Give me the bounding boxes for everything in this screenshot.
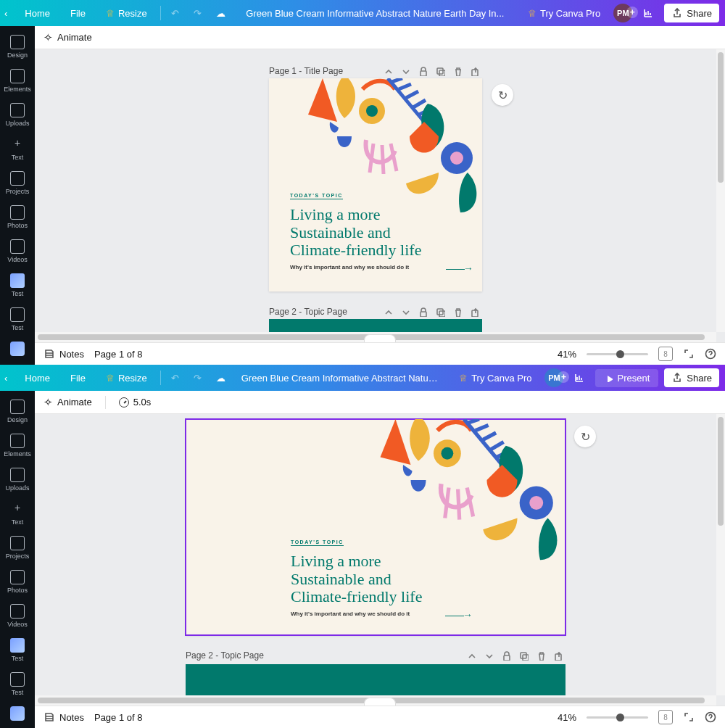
- page-counter[interactable]: Page 1 of 8: [94, 349, 143, 360]
- regenerate-button[interactable]: ↻: [574, 426, 596, 447]
- back-button[interactable]: ‹: [0, 4, 12, 22]
- page-collapse-down[interactable]: [398, 305, 413, 319]
- page-collapse-up[interactable]: [381, 64, 395, 78]
- page-delete[interactable]: [450, 305, 465, 319]
- side-uploads[interactable]: Uploads: [0, 463, 35, 497]
- page-2-label[interactable]: Page 2 - Topic Page: [269, 307, 347, 317]
- help-button[interactable]: [705, 711, 716, 723]
- page-delete[interactable]: [450, 64, 465, 78]
- vertical-scrollbar[interactable]: [716, 49, 725, 332]
- side-extra[interactable]: [0, 337, 35, 364]
- canvas[interactable]: TODAY'S TOPIC Living a moreSustainable a…: [35, 414, 725, 706]
- page-1-slide[interactable]: TODAY'S TOPIC Living a moreSustainable a…: [269, 78, 482, 291]
- page-counter[interactable]: Page 1 of 8: [94, 712, 143, 723]
- side-test-2[interactable]: Test: [0, 303, 35, 337]
- side-photos[interactable]: Photos: [0, 566, 35, 600]
- page-lock[interactable]: [415, 305, 430, 319]
- back-button[interactable]: ‹: [0, 369, 12, 387]
- vertical-scrollbar[interactable]: [716, 414, 725, 695]
- page-1-slide[interactable]: TODAY'S TOPIC Living a moreSustainable a…: [186, 419, 566, 635]
- side-test-1[interactable]: Test: [0, 634, 35, 668]
- side-photos[interactable]: Photos: [0, 201, 35, 235]
- page-1-label[interactable]: Page 1 - Title Page: [269, 66, 343, 76]
- file-menu[interactable]: File: [63, 369, 93, 387]
- undo-button[interactable]: ↶: [167, 4, 183, 22]
- insights-button[interactable]: [569, 368, 589, 387]
- avatar[interactable]: PM+: [613, 4, 632, 22]
- present-button[interactable]: Present: [595, 369, 658, 387]
- side-toolbar: Design Elements Uploads Text Projects Ph…: [0, 26, 35, 365]
- help-button[interactable]: [705, 348, 716, 360]
- side-videos[interactable]: Videos: [0, 600, 35, 634]
- redo-button[interactable]: ↷: [189, 4, 206, 22]
- home-button[interactable]: Home: [17, 4, 57, 22]
- file-menu[interactable]: File: [63, 4, 93, 22]
- regenerate-button[interactable]: ↻: [492, 84, 513, 106]
- fullscreen-button[interactable]: [683, 711, 695, 723]
- page-2-label[interactable]: Page 2 - Topic Page: [186, 650, 264, 661]
- side-videos[interactable]: Videos: [0, 235, 35, 269]
- side-design[interactable]: Design: [0, 395, 35, 429]
- side-elements[interactable]: Elements: [0, 65, 35, 99]
- undo-button[interactable]: ↶: [167, 369, 183, 387]
- try-pro-button[interactable]: ♕Try Canva Pro: [452, 369, 539, 387]
- insights-button[interactable]: [638, 4, 658, 22]
- resize-button[interactable]: ♕Resize: [99, 369, 154, 387]
- page-2-slide-peek[interactable]: [186, 664, 566, 696]
- avatar[interactable]: PM+: [544, 368, 563, 387]
- side-elements[interactable]: Elements: [0, 429, 35, 463]
- horizontal-scrollbar[interactable]: [35, 695, 716, 706]
- text-icon: [10, 137, 25, 152]
- page-2-slide-peek[interactable]: [269, 319, 482, 334]
- zoom-slider[interactable]: [587, 353, 648, 355]
- horizontal-scrollbar[interactable]: [35, 332, 716, 342]
- page-duplicate[interactable]: [516, 648, 531, 663]
- try-pro-button[interactable]: ♕Try Canva Pro: [521, 4, 608, 22]
- page-export[interactable]: [551, 648, 566, 663]
- zoom-value[interactable]: 41%: [558, 349, 576, 360]
- resize-button[interactable]: ♕Resize: [99, 4, 154, 22]
- timing-button[interactable]: 5.0s: [119, 397, 152, 408]
- doc-title[interactable]: Green Blue Cream Informative Abstract Na…: [236, 373, 446, 384]
- side-label: Uploads: [5, 484, 29, 492]
- side-design[interactable]: Design: [0, 30, 35, 65]
- page-duplicate[interactable]: [433, 64, 447, 78]
- page-collapse-down[interactable]: [398, 64, 413, 78]
- animate-button[interactable]: ✧Animate: [44, 396, 92, 409]
- side-extra[interactable]: [0, 702, 35, 728]
- share-button[interactable]: Share: [664, 4, 719, 22]
- side-test-1[interactable]: Test: [0, 269, 35, 303]
- zoom-value[interactable]: 41%: [558, 712, 576, 723]
- page-collapse-up[interactable]: [464, 648, 478, 663]
- side-test-2[interactable]: Test: [0, 668, 35, 702]
- redo-button[interactable]: ↷: [189, 369, 206, 387]
- canvas[interactable]: Page 1 - Title Page TODAY'S TOPIC Living…: [35, 49, 725, 342]
- page-duplicate[interactable]: [433, 305, 447, 319]
- grid-view-button[interactable]: 8: [658, 710, 673, 724]
- grid-view-button[interactable]: 8: [658, 347, 673, 361]
- side-projects[interactable]: Projects: [0, 167, 35, 201]
- share-button[interactable]: Share: [664, 368, 719, 387]
- side-uploads[interactable]: Uploads: [0, 99, 35, 133]
- add-collab-icon[interactable]: +: [558, 371, 569, 383]
- notes-button[interactable]: Notes: [44, 711, 84, 723]
- page-lock[interactable]: [415, 64, 430, 78]
- side-text[interactable]: Text: [0, 133, 35, 167]
- fullscreen-button[interactable]: [683, 348, 695, 360]
- cloud-sync-icon[interactable]: ☁: [212, 369, 230, 387]
- side-text[interactable]: Text: [0, 497, 35, 531]
- side-projects[interactable]: Projects: [0, 531, 35, 566]
- zoom-slider[interactable]: [587, 716, 648, 719]
- animate-button[interactable]: ✧Animate: [44, 31, 92, 44]
- doc-title[interactable]: Green Blue Cream Informative Abstract Na…: [236, 8, 515, 19]
- page-collapse-up[interactable]: [381, 305, 395, 319]
- home-button[interactable]: Home: [17, 369, 57, 387]
- page-delete[interactable]: [534, 648, 548, 663]
- notes-button[interactable]: Notes: [44, 348, 84, 360]
- page-lock[interactable]: [499, 648, 513, 663]
- add-collab-icon[interactable]: +: [626, 7, 638, 18]
- cloud-sync-icon[interactable]: ☁: [212, 4, 230, 22]
- page-collapse-down[interactable]: [481, 648, 496, 663]
- page-export[interactable]: [468, 305, 482, 319]
- page-export[interactable]: [468, 64, 482, 78]
